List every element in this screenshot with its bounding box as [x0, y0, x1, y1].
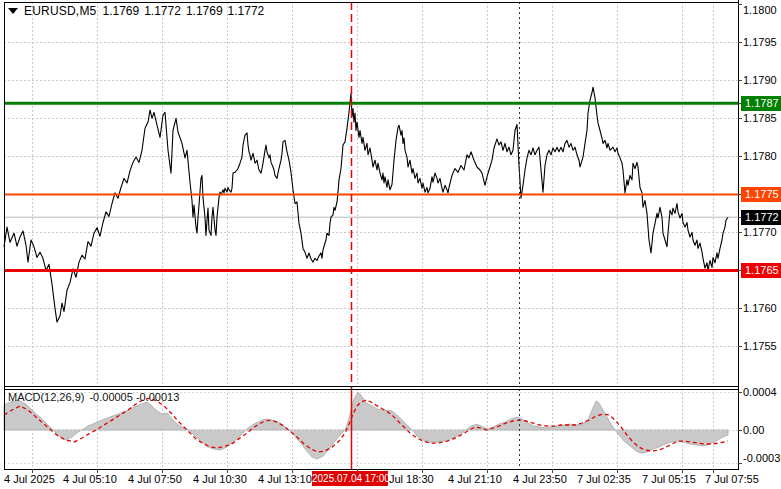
open-value: 1.1769 — [102, 4, 139, 18]
macd-axis-tick-label: 0.00 — [743, 423, 764, 438]
price-axis-tick-label: 1.1800 — [743, 3, 777, 18]
price-axis-tick-label: 1.1770 — [743, 225, 777, 240]
time-axis-label: 4 Jul 23:50 — [513, 472, 567, 487]
macd-name: MACD(12,26,9) — [8, 391, 84, 403]
ohlc-values: 1.1769 1.1772 1.1769 1.1772 — [102, 4, 264, 18]
price-axis-tick-label: 1.1795 — [743, 35, 777, 50]
close-value: 1.1772 — [228, 4, 265, 18]
price-axis-tick-label: 1.1755 — [743, 339, 777, 354]
time-axis-label: 4 Jul 13:10 — [258, 472, 312, 487]
price-axis-tick-label: 1.1785 — [743, 111, 777, 126]
macd-axis-tick-label: 0.0004 — [743, 385, 777, 400]
event-time-badge: 2025.07.04 17:00 — [312, 471, 388, 486]
chart-title: EURUSD,M5 1.1769 1.1772 1.1769 1.1772 — [8, 4, 264, 18]
price-badge-intermediate[interactable]: 1.1775 — [741, 187, 781, 202]
price-axis-tick-label: 1.1780 — [743, 149, 777, 164]
price-axis-tick-label: 1.1760 — [743, 301, 777, 316]
macd-indicator-label: MACD(12,26,9) -0.00005 -0.00013 — [8, 391, 179, 403]
price-badge-current-price: 1.1772 — [741, 210, 781, 225]
price-line-series — [4, 87, 728, 322]
time-axis-label: 4 Jul 21:10 — [448, 472, 502, 487]
low-value: 1.1769 — [186, 4, 223, 18]
time-axis-label: 7 Jul 02:35 — [577, 472, 631, 487]
price-badge-support[interactable]: 1.1765 — [741, 263, 781, 278]
time-axis-label: Jul 18:30 — [389, 472, 434, 487]
chart-window: EURUSD,M5 1.1769 1.1772 1.1769 1.1772 MA… — [0, 0, 781, 489]
time-axis-label: 4 Jul 07:50 — [128, 472, 182, 487]
time-axis-label: 4 Jul 10:30 — [193, 472, 247, 487]
time-axis-label: 7 Jul 07:55 — [705, 472, 759, 487]
macd-values: -0.00005 -0.00013 — [89, 391, 179, 403]
price-badge-resistance[interactable]: 1.1787 — [741, 96, 781, 111]
time-axis-label: 4 Jul 05:10 — [63, 472, 117, 487]
symbol-period-label: EURUSD,M5 — [24, 4, 96, 18]
chart-canvas[interactable] — [0, 0, 781, 489]
macd-axis-tick-label: -0.00035 — [743, 451, 781, 466]
time-axis-label: 4 Jul 2025 — [4, 472, 55, 487]
chart-expand-icon[interactable] — [8, 8, 18, 14]
high-value: 1.1772 — [144, 4, 181, 18]
price-axis-tick-label: 1.1790 — [743, 73, 777, 88]
time-axis-label: 7 Jul 05:15 — [642, 472, 696, 487]
